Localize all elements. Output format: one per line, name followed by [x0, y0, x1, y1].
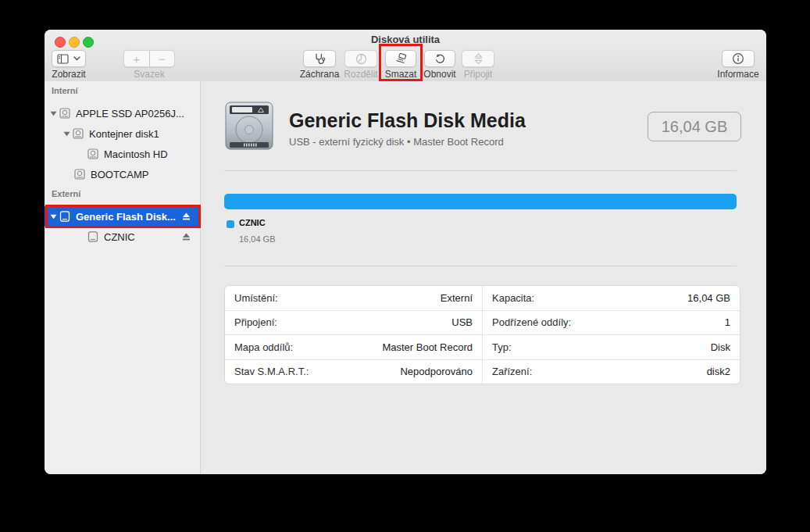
disclosure-triangle-icon[interactable]	[61, 131, 72, 137]
detail-label: Umístění:	[234, 292, 278, 304]
external-volume-icon	[87, 231, 99, 242]
window-title: Disková utilita	[45, 34, 766, 45]
eject-icon[interactable]	[182, 232, 191, 241]
volume-label: Svazek	[134, 69, 164, 80]
main-content: Generic Flash Disk Media USB - externí f…	[201, 81, 766, 474]
detail-value: Nepodporováno	[400, 366, 473, 377]
detail-label: Mapa oddílů:	[234, 341, 293, 353]
disk-utility-window: Disková utilita Zobrazit + − Svazek Zách…	[45, 30, 766, 474]
detail-label: Typ:	[492, 341, 512, 353]
disk-title: Generic Flash Disk Media	[289, 109, 526, 132]
detail-value: 16,04 GB	[687, 292, 730, 304]
internal-disk-icon	[72, 128, 84, 139]
mount-button[interactable]	[462, 50, 494, 67]
chevron-down-icon	[73, 56, 80, 61]
restore-button[interactable]	[424, 50, 455, 67]
sidebar-item-cznic[interactable]: CZNIC	[45, 227, 200, 247]
volume-icon	[73, 169, 86, 180]
disclosure-triangle-icon[interactable]	[48, 214, 59, 220]
restore-label: Obnovit	[423, 69, 455, 80]
toolbar: Disková utilita Zobrazit + − Svazek Zách…	[45, 30, 766, 82]
hard-drive-icon	[224, 98, 274, 153]
info-circle-icon	[732, 52, 744, 65]
sidebar-item-label: Kontejner disk1	[89, 128, 159, 140]
details-row-child-count: Podřízené oddíly: 1	[483, 310, 740, 335]
sidebar-item-kontejner-disk1[interactable]: Kontejner disk1	[45, 123, 200, 144]
stethoscope-icon	[313, 53, 326, 65]
sidebar-section-internal: Interní	[52, 86, 78, 95]
view-button-label: Zobrazit	[52, 69, 85, 80]
info-label: Informace	[717, 69, 758, 80]
detail-value: Master Boot Record	[382, 341, 473, 353]
disclosure-triangle-icon[interactable]	[48, 111, 59, 116]
first-aid-label: Záchrana	[300, 69, 340, 80]
details-row-connection: Připojení: USB	[225, 310, 482, 335]
remove-volume-icon[interactable]: −	[149, 52, 174, 66]
sidebar-panel-icon	[57, 54, 69, 64]
sidebar-item-label: BOOTCAMP	[91, 169, 148, 180]
volume-icon	[87, 148, 99, 159]
volume-segmented-control[interactable]: + −	[123, 50, 175, 67]
undo-arrow-icon	[434, 53, 446, 65]
header-divider	[224, 170, 737, 171]
legend-volume-size: 16,04 GB	[239, 234, 275, 244]
sidebar-section-external: Externí	[52, 189, 80, 198]
sidebar-item-label: Generic Flash Disk...	[76, 211, 176, 223]
sidebar-item-bootcamp[interactable]: BOOTCAMP	[45, 164, 200, 184]
erase-label: Smazat	[385, 69, 417, 80]
info-button[interactable]	[722, 50, 755, 67]
view-button[interactable]	[52, 50, 86, 67]
sidebar: Interní APPLE SSD AP0256J... Kontejner d…	[45, 81, 201, 474]
details-row-type: Typ: Disk	[483, 334, 740, 359]
capacity-bar[interactable]	[224, 194, 737, 209]
partition-label: Rozdělit	[344, 69, 377, 80]
external-disk-icon	[59, 211, 71, 222]
details-row-smart-status: Stav S.M.A.R.T.: Nepodporováno	[225, 359, 482, 384]
details-row-location: Umístění: Externí	[225, 286, 482, 310]
legend-volume-name: CZNIC	[239, 218, 266, 227]
detail-value: disk2	[707, 366, 730, 377]
disk-subtitle: USB - externí fyzický disk • Master Boot…	[289, 136, 504, 148]
details-row-partition-map: Mapa oddílů: Master Boot Record	[225, 334, 482, 359]
detail-value: Externí	[441, 292, 473, 304]
capacity-badge: 16,04 GB	[648, 112, 741, 141]
add-volume-icon[interactable]: +	[124, 52, 149, 66]
details-row-capacity: Kapacita: 16,04 GB	[483, 286, 740, 310]
partition-button[interactable]	[344, 50, 377, 67]
details-right-column: Kapacita: 16,04 GB Podřízené oddíly: 1 T…	[482, 286, 740, 384]
first-aid-button[interactable]	[303, 50, 336, 67]
sidebar-item-generic-flash-disk[interactable]: Generic Flash Disk...	[45, 206, 200, 227]
detail-label: Podřízené oddíly:	[492, 316, 571, 328]
eject-stack-icon	[473, 53, 484, 65]
sidebar-item-label: CZNIC	[104, 231, 135, 243]
detail-value: Disk	[711, 341, 730, 353]
details-row-device: Zařízení: disk2	[483, 359, 740, 384]
detail-value: 1	[725, 316, 730, 328]
detail-value: USB	[451, 316, 473, 328]
mount-label: Připojit	[464, 69, 493, 80]
eject-icon[interactable]	[182, 212, 191, 221]
detail-label: Zařízení:	[492, 366, 532, 377]
sidebar-item-label: APPLE SSD AP0256J...	[76, 108, 184, 120]
legend-divider	[224, 266, 737, 266]
detail-label: Stav S.M.A.R.T.:	[234, 366, 309, 377]
legend-swatch	[227, 220, 234, 228]
pie-chart-icon	[355, 53, 367, 65]
internal-disk-icon	[59, 108, 71, 119]
detail-label: Připojení:	[234, 316, 277, 328]
sidebar-item-label: Macintosh HD	[104, 148, 168, 160]
sidebar-item-macintosh-hd[interactable]: Macintosh HD	[45, 144, 200, 164]
details-table: Umístění: Externí Připojení: USB Mapa od…	[224, 285, 740, 384]
erase-button[interactable]	[385, 50, 416, 67]
detail-label: Kapacita:	[492, 292, 534, 304]
sidebar-item-apple-ssd[interactable]: APPLE SSD AP0256J...	[45, 103, 200, 123]
eraser-icon	[394, 53, 407, 64]
details-left-column: Umístění: Externí Připojení: USB Mapa od…	[225, 286, 482, 384]
